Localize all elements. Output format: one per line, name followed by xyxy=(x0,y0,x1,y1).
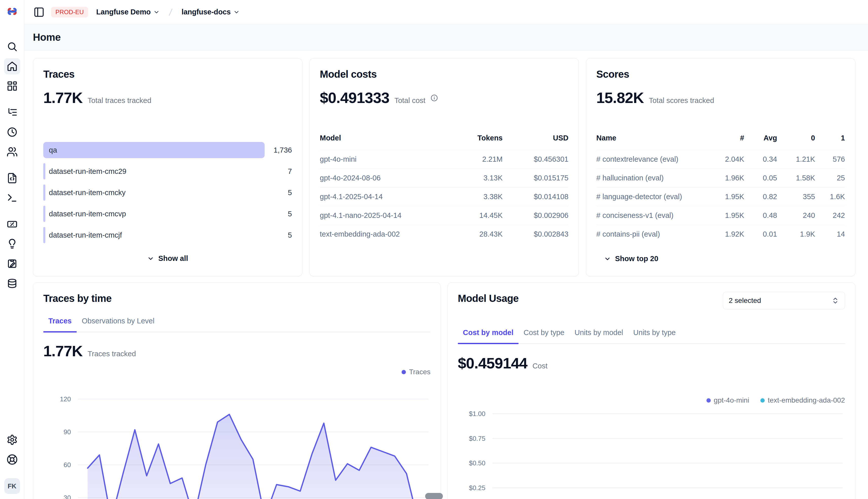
model-usage-chart: $1.00 $0.75 $0.50 $0.25 xyxy=(458,283,843,499)
support-lifebuoy-icon[interactable] xyxy=(4,451,20,467)
sidebar-toggle-icon[interactable] xyxy=(33,7,45,18)
show-all-button[interactable]: Show all xyxy=(43,254,292,263)
project-switcher[interactable]: langfuse-docs xyxy=(181,8,240,16)
legend-item[interactable]: gpt-4o-mini xyxy=(706,396,749,404)
legend-item[interactable]: Traces xyxy=(402,368,430,376)
table-row[interactable]: gpt-4o-2024-08-06 3.13K $0.015175 xyxy=(320,169,569,187)
sidebar-item-users[interactable] xyxy=(4,144,20,160)
model-costs-metric: $0.491333 xyxy=(320,89,390,107)
main-content: Traces 1.77K Total traces tracked qa 1,7… xyxy=(24,51,868,499)
table-row[interactable]: gpt-4.1-nano-2025-04-14 14.45K $0.002906 xyxy=(320,206,569,225)
table-row[interactable]: # language-detector (eval) 1.95K 0.82 35… xyxy=(596,187,845,206)
model-select-dropdown[interactable]: 2 selected xyxy=(723,292,845,309)
traces-metric-label: Total traces tracked xyxy=(87,96,151,105)
bar-fill xyxy=(43,227,45,243)
tab-units-by-model[interactable]: Units by model xyxy=(570,328,628,343)
traces-tracked-metric: 1.77K xyxy=(43,342,83,360)
tab-traces[interactable]: Traces xyxy=(43,317,77,332)
table-row[interactable]: gpt-4.1-2025-04-14 3.38K $0.014108 xyxy=(320,187,569,206)
cell-usd: $0.002906 xyxy=(503,211,569,220)
topbar: PROD-EU Langfuse Demo langfuse-docs xyxy=(24,0,868,24)
cell-one: 576 xyxy=(815,155,845,163)
chevron-down-icon xyxy=(147,255,154,262)
cell-name: # contains-pii (eval) xyxy=(596,230,706,239)
org-switcher[interactable]: Langfuse Demo xyxy=(96,8,160,16)
sidebar-nav xyxy=(4,38,20,292)
cell-tokens: 3.38K xyxy=(447,193,503,201)
traces-card: Traces 1.77K Total traces tracked qa 1,7… xyxy=(33,58,302,276)
y-tick: $0.75 xyxy=(469,435,485,442)
trace-bar-row[interactable]: dataset-run-item-cmcjf 5 xyxy=(43,227,292,243)
bar-fill xyxy=(43,142,265,158)
sidebar-item-evaluation[interactable] xyxy=(4,216,20,232)
table-row[interactable]: text-embedding-ada-002 28.43K $0.002843 xyxy=(320,225,569,243)
sidebar-item-sessions[interactable] xyxy=(4,124,20,140)
table-row[interactable]: gpt-4o-mini 2.21M $0.456301 xyxy=(320,150,569,169)
cell-usd: $0.014108 xyxy=(503,193,569,201)
page-title: Home xyxy=(33,32,61,43)
col-header-count: # xyxy=(706,134,744,142)
user-avatar[interactable]: FK xyxy=(4,478,20,494)
tab-cost-by-type[interactable]: Cost by type xyxy=(519,328,570,343)
trace-bar-row[interactable]: dataset-run-item-cmcvp 5 xyxy=(43,206,292,222)
sidebar-item-playground[interactable] xyxy=(4,190,20,206)
bar-fill xyxy=(43,184,45,201)
cell-zero: 1.21K xyxy=(777,155,815,163)
breadcrumb-slash-icon xyxy=(166,8,175,16)
sidebar-item-database[interactable] xyxy=(4,275,20,292)
info-icon[interactable] xyxy=(430,94,438,102)
col-header-zero: 0 xyxy=(777,134,815,142)
legend-dot-icon xyxy=(760,398,765,403)
cell-count: 1.95K xyxy=(706,211,744,220)
model-costs-table: Model Tokens USD gpt-4o-mini 2.21M $0.45… xyxy=(320,134,569,243)
settings-gear-icon[interactable] xyxy=(4,432,20,448)
langfuse-org-logo-icon[interactable] xyxy=(6,5,18,17)
trace-bar-row[interactable]: dataset-run-item-cmc29 7 xyxy=(43,163,292,179)
tab-observations-by-level[interactable]: Observations by Level xyxy=(77,317,159,332)
cell-avg: 0.05 xyxy=(744,174,777,182)
page-header: Home xyxy=(24,24,868,51)
sidebar-item-tracing[interactable] xyxy=(4,104,20,120)
cell-tokens: 3.13K xyxy=(447,174,503,182)
bar-label: dataset-run-item-cmc29 xyxy=(49,167,126,175)
sidebar-item-datasets[interactable] xyxy=(4,256,20,272)
sidebar-item-home[interactable] xyxy=(4,58,20,74)
model-usage-tabs: Cost by model Cost by type Units by mode… xyxy=(458,328,845,344)
cell-name: # language-detector (eval) xyxy=(596,193,706,201)
chevrons-up-down-icon xyxy=(832,297,839,304)
sidebar-item-prompts[interactable] xyxy=(4,170,20,186)
legend-item[interactable]: text-embedding-ada-002 xyxy=(760,396,845,404)
cell-avg: 0.82 xyxy=(744,193,777,201)
trace-bar-row[interactable]: dataset-run-item-cmcky 5 xyxy=(43,184,292,201)
scores-metric: 15.82K xyxy=(596,89,644,107)
y-tick: 90 xyxy=(63,428,71,436)
model-usage-legend: gpt-4o-mini text-embedding-ada-002 xyxy=(458,396,845,404)
cell-usd: $0.002843 xyxy=(503,230,569,239)
bar-value: 1,736 xyxy=(273,146,292,154)
bar-value: 7 xyxy=(288,167,292,175)
tab-cost-by-model[interactable]: Cost by model xyxy=(458,328,519,343)
table-row[interactable]: # conciseness-v1 (eval) 1.95K 0.48 240 2… xyxy=(596,206,845,225)
traces-by-time-chart: 120 90 60 30 xyxy=(43,283,433,499)
sidebar-item-llm-judge[interactable] xyxy=(4,236,20,252)
tab-units-by-type[interactable]: Units by type xyxy=(628,328,681,343)
y-tick: 60 xyxy=(63,461,71,468)
y-tick: $0.50 xyxy=(469,459,485,467)
search-icon[interactable] xyxy=(4,38,20,54)
table-row[interactable]: # contains-pii (eval) 1.92K 0.01 1.9K 14 xyxy=(596,225,845,243)
chevron-down-icon xyxy=(233,9,240,15)
cell-avg: 0.01 xyxy=(744,230,777,239)
table-row[interactable]: # hallucination (eval) 1.96K 0.05 1.58K … xyxy=(596,169,845,187)
show-top-20-button[interactable]: Show top 20 xyxy=(596,255,845,263)
cell-count: 1.95K xyxy=(706,193,744,201)
project-name: langfuse-docs xyxy=(181,8,231,16)
scores-metric-label: Total scores tracked xyxy=(649,96,714,105)
bar-label: qa xyxy=(49,146,57,154)
traces-by-time-card: Traces by time Traces Observations by Le… xyxy=(33,282,441,499)
table-row[interactable]: # contextrelevance (eval) 2.04K 0.34 1.2… xyxy=(596,150,845,169)
cost-metric: $0.459144 xyxy=(458,354,527,372)
environment-badge: PROD-EU xyxy=(51,7,88,17)
trace-bar-row[interactable]: qa 1,736 xyxy=(43,142,292,158)
horizontal-scrollbar-thumb[interactable] xyxy=(425,493,443,499)
sidebar-item-dashboards[interactable] xyxy=(4,78,20,94)
